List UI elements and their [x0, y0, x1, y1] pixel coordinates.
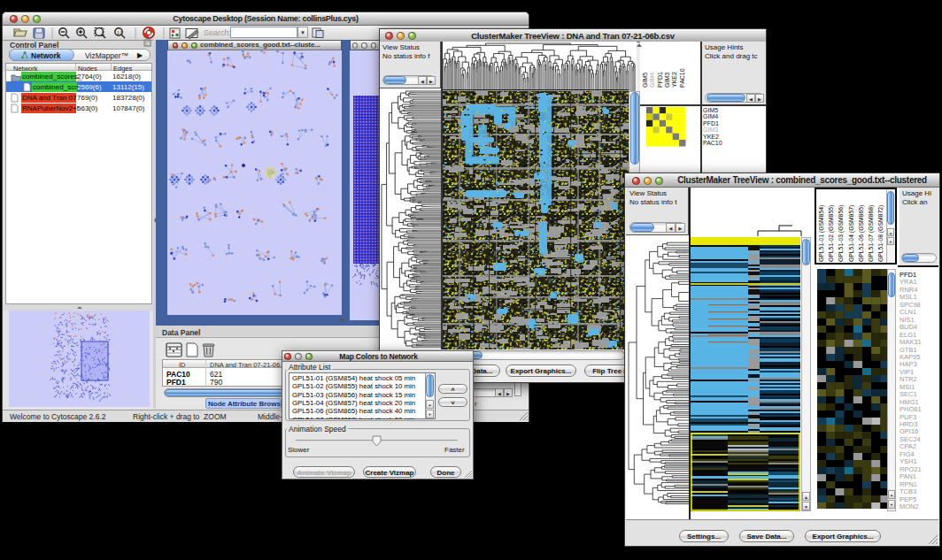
- svg-text:PAC10: PAC10: [679, 68, 685, 88]
- svg-text:1:1: 1:1: [117, 31, 123, 35]
- svg-text:GIM5: GIM5: [642, 73, 648, 88]
- svg-text:GPL51-06 (GSM865): GPL51-06 (GSM865): [858, 205, 865, 262]
- svg-text:GPL51-01 (GSM854): GPL51-01 (GSM854): [818, 205, 825, 262]
- svg-text:GPL51-04 (GSM857): GPL51-04 (GSM857): [848, 205, 855, 262]
- svg-text:GIM3: GIM3: [664, 73, 670, 88]
- svg-text:GPL51-02 (GSM855): GPL51-02 (GSM855): [828, 205, 835, 262]
- svg-text:GPL51-08 (GSM872): GPL51-08 (GSM872): [877, 205, 884, 262]
- svg-text:YKE2: YKE2: [671, 72, 677, 88]
- svg-text:GPL51-07 (GSM868): GPL51-07 (GSM868): [868, 205, 875, 262]
- svg-text:GIM4: GIM4: [649, 73, 655, 88]
- svg-text:PFD1: PFD1: [657, 72, 663, 88]
- svg-text:GPL51-03 (GSM856): GPL51-03 (GSM856): [838, 205, 845, 262]
